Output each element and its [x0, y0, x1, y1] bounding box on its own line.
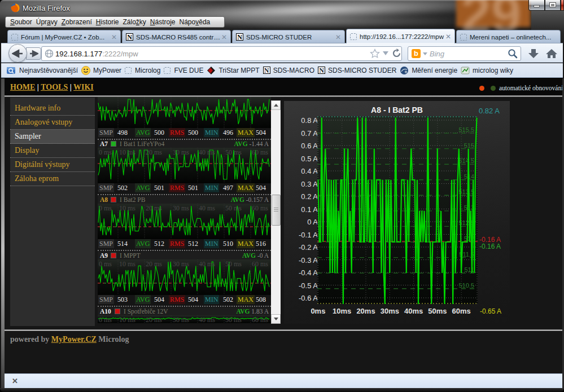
svg-text:515.5: 515.5	[458, 126, 474, 133]
svg-text:511: 511	[464, 266, 474, 273]
svg-text:510.5: 510.5	[458, 282, 474, 289]
svg-text:514.5: 514.5	[458, 157, 474, 164]
svg-text:513.5: 513.5	[458, 188, 474, 195]
svg-text:515: 515	[464, 142, 474, 149]
